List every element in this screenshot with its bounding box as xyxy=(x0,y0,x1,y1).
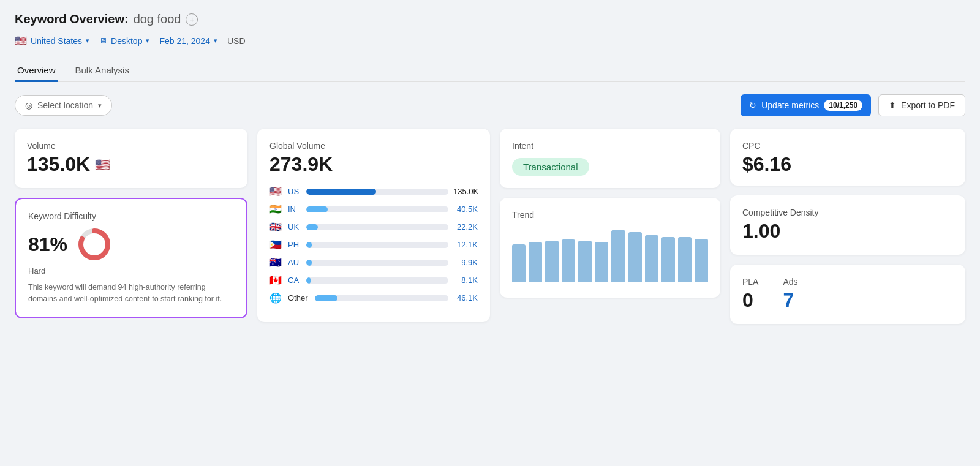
country-flag-emoji: 🇨🇦 xyxy=(270,274,283,286)
keyword-difficulty-card: Keyword Difficulty 81% Hard This keyword… xyxy=(15,198,247,318)
bar-fill xyxy=(306,206,328,212)
trend-bar xyxy=(545,241,559,282)
global-volume-card: Global Volume 273.9K 🇺🇸 US 135.0K 🇮🇳 IN … xyxy=(257,129,490,322)
left-column: Volume 135.0K 🇺🇸 Keyword Difficulty 81% xyxy=(15,129,247,318)
page-title-keyword: Keyword Overview: xyxy=(15,12,129,26)
trend-baseline xyxy=(512,285,708,285)
country-filter[interactable]: 🇺🇸 United States ▾ xyxy=(15,34,89,48)
trend-card: Trend xyxy=(500,198,720,298)
country-value: 8.1K xyxy=(453,276,478,285)
competitive-density-card: Competitive Density 1.00 xyxy=(730,195,965,255)
kd-donut-chart xyxy=(77,227,111,261)
trend-bar xyxy=(628,232,642,282)
volume-value: 135.0K xyxy=(27,153,90,176)
country-value: 40.5K xyxy=(453,205,478,214)
gv-value: 273.9K xyxy=(270,153,478,176)
country-flag: 🇺🇸 xyxy=(15,35,27,47)
cpc-label: CPC xyxy=(742,141,953,151)
pla-ads-card: PLA 0 Ads 7 xyxy=(730,265,965,324)
bar-track xyxy=(306,189,448,195)
bar-track xyxy=(306,277,448,284)
ads-label: Ads xyxy=(783,277,797,287)
country-value: 12.1K xyxy=(453,240,478,249)
trend-chart xyxy=(512,227,708,282)
country-row: 🇨🇦 CA 8.1K xyxy=(270,274,478,286)
trend-bar xyxy=(645,235,658,282)
country-chevron-icon: ▾ xyxy=(86,37,89,45)
trend-label: Trend xyxy=(512,210,708,220)
pla-label: PLA xyxy=(742,277,758,287)
bar-fill xyxy=(306,189,376,195)
country-label: United States xyxy=(31,36,82,46)
date-chevron-icon: ▾ xyxy=(214,37,217,45)
country-value: 22.2K xyxy=(453,222,478,231)
date-label: Feb 21, 2024 xyxy=(159,36,210,46)
country-row: 🌐 Other 46.1K xyxy=(270,292,478,304)
trend-bar xyxy=(595,242,608,282)
volume-label: Volume xyxy=(27,141,235,151)
device-chevron-icon: ▾ xyxy=(146,37,149,45)
bar-fill xyxy=(306,260,312,266)
bar-fill xyxy=(306,277,311,284)
kd-main-row: 81% xyxy=(28,227,234,261)
pla-ads-row: PLA 0 Ads 7 xyxy=(742,277,953,312)
country-flag-emoji: 🇺🇸 xyxy=(270,186,283,197)
select-location-label: Select location xyxy=(37,100,93,110)
trend-bar xyxy=(529,242,542,282)
bar-track xyxy=(306,242,448,248)
bar-fill xyxy=(306,242,312,248)
device-label: Desktop xyxy=(111,36,142,46)
country-row: 🇬🇧 UK 22.2K xyxy=(270,221,478,233)
kd-label: Keyword Difficulty xyxy=(28,211,234,221)
kd-description: This keyword will demand 94 high-authori… xyxy=(28,282,234,305)
export-button[interactable]: ⬆ Export to PDF xyxy=(878,94,965,116)
volume-card: Volume 135.0K 🇺🇸 xyxy=(15,129,247,188)
country-code: Other xyxy=(288,293,310,303)
location-chevron-icon: ▾ xyxy=(98,102,102,110)
country-flag-emoji: 🇮🇳 xyxy=(270,203,283,215)
right-column: CPC $6.16 Competitive Density 1.00 PLA 0… xyxy=(730,129,965,324)
bar-fill xyxy=(315,295,337,301)
location-icon: ◎ xyxy=(25,100,32,110)
country-value: 46.1K xyxy=(453,293,478,303)
add-keyword-icon[interactable]: + xyxy=(186,13,198,26)
bar-track xyxy=(315,295,448,301)
update-metrics-count: 10/1,250 xyxy=(824,100,862,111)
tab-overview[interactable]: Overview xyxy=(15,60,58,82)
ads-value: 7 xyxy=(783,289,797,312)
country-flag-emoji: 🇵🇭 xyxy=(270,239,283,250)
device-filter[interactable]: 🖥 Desktop ▾ xyxy=(99,35,149,47)
trend-bar xyxy=(662,237,675,282)
country-value: 9.9K xyxy=(453,258,478,267)
cards-grid: Volume 135.0K 🇺🇸 Keyword Difficulty 81% xyxy=(15,129,965,324)
date-filter[interactable]: Feb 21, 2024 ▾ xyxy=(159,35,217,47)
bar-track xyxy=(306,206,448,212)
export-icon: ⬆ xyxy=(889,100,896,110)
device-icon: 🖥 xyxy=(99,36,107,45)
select-location-button[interactable]: ◎ Select location ▾ xyxy=(15,95,112,116)
refresh-icon: ↻ xyxy=(749,100,756,110)
country-code: AU xyxy=(288,258,301,267)
update-metrics-button[interactable]: ↻ Update metrics 10/1,250 xyxy=(741,94,871,116)
middle-column: Intent Transactional Trend xyxy=(500,129,720,298)
pla-value: 0 xyxy=(742,289,758,312)
kd-percent: 81% xyxy=(28,233,67,256)
cpc-card: CPC $6.16 xyxy=(730,129,965,186)
bar-track xyxy=(306,260,448,266)
kd-difficulty-label: Hard xyxy=(28,266,234,276)
gv-label: Global Volume xyxy=(270,141,478,151)
trend-bar xyxy=(611,230,625,282)
country-code: UK xyxy=(288,222,301,231)
toolbar-right: ↻ Update metrics 10/1,250 ⬆ Export to PD… xyxy=(741,94,965,116)
tab-bulk-analysis[interactable]: Bulk Analysis xyxy=(73,60,132,82)
cd-label: Competitive Density xyxy=(742,208,953,217)
export-label: Export to PDF xyxy=(901,100,955,110)
intent-card: Intent Transactional xyxy=(500,129,720,188)
toolbar-row: ◎ Select location ▾ ↻ Update metrics 10/… xyxy=(15,94,965,116)
page-title-query: dog food xyxy=(134,12,181,26)
trend-bar xyxy=(695,239,708,282)
cd-value: 1.00 xyxy=(742,220,953,242)
bar-track xyxy=(306,224,448,230)
trend-bar xyxy=(562,239,575,282)
page-header: Keyword Overview: dog food + xyxy=(15,12,965,26)
